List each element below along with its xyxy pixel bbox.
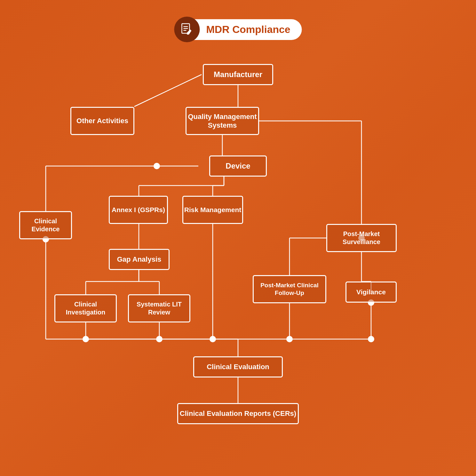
box-other-activities: Other Activities xyxy=(70,107,134,135)
box-vigilance: Vigilance xyxy=(345,282,397,303)
junction-circle-7 xyxy=(210,336,216,342)
svg-line-1 xyxy=(134,75,202,107)
box-risk: Risk Management xyxy=(182,196,243,224)
junction-circle-1 xyxy=(154,163,160,169)
header-badge: MDR Compliance xyxy=(174,17,302,42)
box-manufacturer: Manufacturer xyxy=(203,64,273,85)
badge-label: MDR Compliance xyxy=(190,19,302,40)
box-qms: Quality Management Systems xyxy=(186,107,259,135)
box-clinical-evaluation: Clinical Evaluation xyxy=(193,356,283,377)
box-device: Device xyxy=(209,155,267,177)
box-clinical-investigation: Clinical Investigation xyxy=(54,294,117,322)
diagram-container: MDR Compliance Manufacturer Other Activi… xyxy=(0,0,476,476)
junction-circle-6 xyxy=(156,336,163,342)
box-clinical-evidence: Clinical Evidence xyxy=(19,211,72,239)
box-annex: Annex I (GSPRs) xyxy=(109,196,168,224)
box-cer: Clinical Evaluation Reports (CERs) xyxy=(177,403,299,424)
box-post-market-surveillance: Post-Market Surveillance xyxy=(326,224,397,252)
junction-circle-5 xyxy=(83,336,89,342)
junction-circle-8 xyxy=(286,336,293,342)
badge-icon xyxy=(174,17,200,42)
box-systematic-lit: Systematic LIT Review xyxy=(128,294,190,322)
box-gap-analysis: Gap Analysis xyxy=(109,249,170,270)
junction-circle-9 xyxy=(368,336,374,342)
box-pmcf: Post-Market Clinical Follow-Up xyxy=(253,275,326,303)
